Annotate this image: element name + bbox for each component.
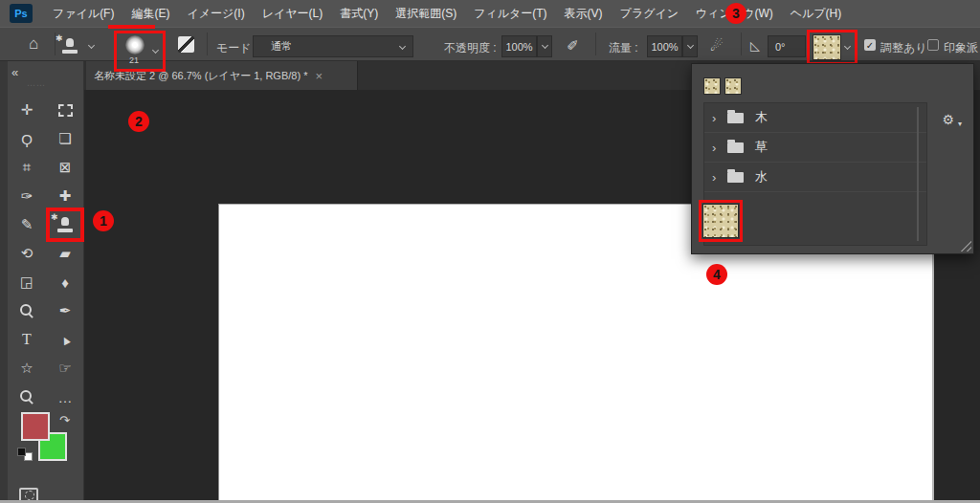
tool-object-selection[interactable]: ❏ <box>53 128 78 149</box>
flow-input[interactable]: 100% <box>647 35 682 57</box>
pressure-opacity-icon[interactable]: ✐ <box>567 37 579 55</box>
tool-paint-bucket[interactable]: ◲ <box>14 272 39 293</box>
tool-more[interactable]: … <box>53 386 78 407</box>
tool-pattern-stamp[interactable]: ✱ <box>53 214 78 235</box>
menu-help[interactable]: ヘルプ(H) <box>791 6 842 22</box>
default-black-swatch <box>17 448 26 456</box>
selected-pattern-thumbnail[interactable] <box>702 204 739 238</box>
default-colors-icon[interactable] <box>17 448 33 461</box>
tool-hand[interactable]: ☞ <box>53 358 78 379</box>
menu-layer[interactable]: レイヤー(L) <box>262 6 323 22</box>
angle-icon: ◺ <box>750 38 760 53</box>
toolbar-grip[interactable]: ⋯⋯ <box>27 80 46 90</box>
flow-dropdown-button[interactable] <box>682 35 698 57</box>
step-2-badge: 2 <box>128 111 149 132</box>
brush-tip-preview[interactable] <box>125 35 145 55</box>
object-selection-icon: ❏ <box>58 130 71 147</box>
folder-label: 木 <box>755 109 768 126</box>
menu-type[interactable]: 書式(Y) <box>340 6 378 22</box>
opacity-dropdown-button[interactable] <box>537 35 552 57</box>
opacity-label: 不透明度 : <box>444 40 497 56</box>
brush-preset-chevron-icon[interactable] <box>152 47 159 54</box>
brush-size-value: 21 <box>117 55 151 65</box>
edit-menu-underline-annotation <box>108 25 155 29</box>
tool-move[interactable]: ✛ <box>14 99 39 120</box>
pattern-folder-grass[interactable]: › 草 <box>704 133 926 163</box>
scrollbar[interactable] <box>917 107 919 241</box>
collapse-toolbar-icon[interactable]: « <box>11 65 18 79</box>
menu-select[interactable]: 選択範囲(S) <box>395 6 457 22</box>
tool-dodge[interactable] <box>14 300 39 321</box>
menu-image[interactable]: イメージ(I) <box>187 6 244 22</box>
aligned-label: 調整あり <box>880 40 927 56</box>
tool-frame[interactable]: ⊠ <box>53 157 78 178</box>
flow-value: 100% <box>651 41 678 53</box>
chevron-right-icon[interactable]: › <box>712 141 727 155</box>
panel-resize-handle[interactable] <box>958 238 971 252</box>
foreground-color-swatch[interactable] <box>21 412 50 441</box>
tool-brush[interactable]: ✎ <box>14 214 39 235</box>
tool-eyedropper[interactable]: ✑ <box>14 186 39 207</box>
chevron-right-icon[interactable]: › <box>712 111 727 125</box>
angle-value: 0° <box>775 41 786 53</box>
tool-pen[interactable]: ✒ <box>53 300 78 321</box>
angle-input[interactable]: 0° <box>768 35 806 57</box>
frame-icon: ⊠ <box>59 159 72 176</box>
tool-zoom[interactable] <box>14 386 39 407</box>
folder-icon <box>727 142 744 153</box>
brush-icon: ✎ <box>21 216 33 233</box>
shape-icon: ☆ <box>20 360 33 377</box>
dodge-icon <box>20 304 34 318</box>
menu-file[interactable]: ファイル(F) <box>53 6 114 22</box>
pattern-picker-highlight-box <box>807 30 858 65</box>
mode-select[interactable]: 通常 <box>253 35 413 57</box>
aligned-checkbox[interactable]: ✓ <box>864 39 876 51</box>
menu-edit[interactable]: 編集(E) <box>131 6 169 22</box>
airbrush-icon[interactable]: ☄ <box>710 37 723 55</box>
tool-eraser[interactable]: ▰ <box>53 243 78 264</box>
quick-mask-icon[interactable] <box>19 488 38 502</box>
tool-preset-stamp-icon[interactable]: ✱ <box>61 38 78 54</box>
tool-marquee[interactable] <box>53 99 78 120</box>
menu-filter[interactable]: フィルター(T) <box>474 6 546 22</box>
pattern-folder-wood[interactable]: › 木 <box>704 103 926 133</box>
recent-pattern-thumbnail[interactable] <box>703 77 721 95</box>
pattern-picker-chevron-icon[interactable] <box>844 43 851 50</box>
gear-icon[interactable]: ⚙ <box>942 112 954 127</box>
tool-shape[interactable]: ☆ <box>14 358 39 379</box>
blur-icon: ♦ <box>61 274 69 291</box>
pen-icon: ✒ <box>59 302 72 319</box>
hand-icon: ☞ <box>58 360 71 377</box>
more-icon: … <box>58 389 73 405</box>
recent-pattern-thumbnail[interactable] <box>724 77 742 95</box>
opacity-input[interactable]: 100% <box>501 35 537 57</box>
impressionist-label: 印象派 <box>944 40 978 56</box>
tool-crop[interactable]: ⌗ <box>14 157 39 178</box>
tool-healing-brush[interactable]: ✚ <box>53 186 78 207</box>
menu-view[interactable]: 表示(V) <box>565 6 603 22</box>
divider <box>595 33 596 55</box>
pattern-stamp-icon: ✱ <box>56 217 74 232</box>
pattern-picker-thumbnail[interactable] <box>813 34 841 60</box>
chevron-right-icon[interactable]: › <box>712 170 727 185</box>
tool-type[interactable]: T <box>14 329 39 350</box>
tool-lasso[interactable]: Ϙ <box>14 128 39 149</box>
tool-history-brush[interactable]: ⟲ <box>14 243 39 264</box>
tool-blur[interactable]: ♦ <box>53 272 78 293</box>
flow-chevron-icon <box>686 41 693 48</box>
mode-value: 通常 <box>271 39 292 54</box>
menu-plugins[interactable]: プラグイン <box>620 6 679 22</box>
selected-pattern-highlight-box <box>699 200 743 242</box>
close-tab-icon[interactable]: × <box>315 69 323 83</box>
home-icon[interactable]: ⌂ <box>29 34 38 54</box>
folder-label: 草 <box>755 139 768 156</box>
tool-path-select[interactable]: ▲ <box>53 329 78 350</box>
pattern-folder-water[interactable]: › 水 <box>704 163 926 192</box>
left-edge-strip <box>0 61 8 503</box>
swap-colors-icon[interactable]: ↷ <box>59 413 70 427</box>
impressionist-checkbox[interactable] <box>927 39 939 51</box>
toggle-brush-panel-icon[interactable] <box>178 36 194 53</box>
pattern-panel: › 木 › 草 › 水 ⚙ ▾ <box>691 63 974 254</box>
eraser-icon: ▰ <box>59 245 71 262</box>
divider <box>741 33 742 55</box>
